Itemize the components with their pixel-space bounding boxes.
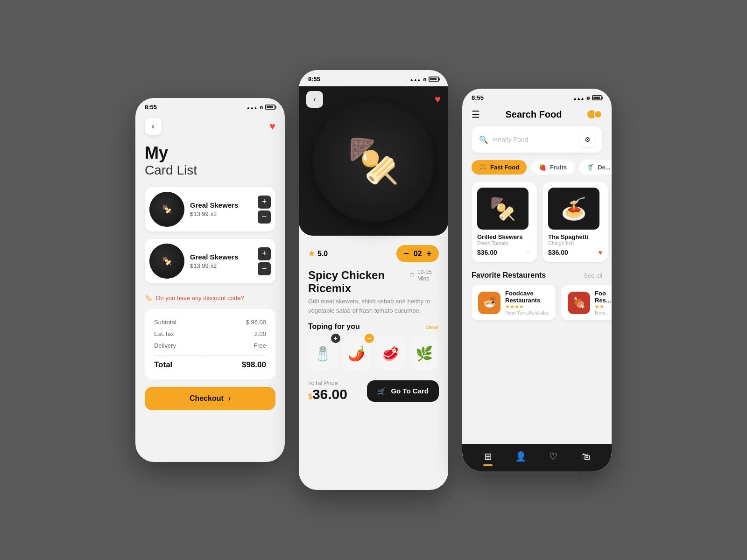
back-button-1[interactable]: ‹ bbox=[145, 118, 162, 135]
phone-food-detail: 8:55 ‹ ♥ 🍢 ★ 5.0 − bbox=[299, 70, 448, 490]
quantity-control[interactable]: − 02 + bbox=[396, 245, 439, 262]
favorite-icon-2[interactable]: ♥ bbox=[435, 93, 441, 105]
see-all-button[interactable]: See all bbox=[584, 272, 602, 279]
toping-header: Toping for you clear bbox=[308, 322, 439, 331]
card-list-header: ‹ ♥ bbox=[135, 114, 285, 139]
restaurant-location-1: New York,Australia bbox=[505, 310, 548, 315]
rating-display: ★ 5.0 bbox=[308, 249, 328, 258]
food-image-2: 🍢 bbox=[149, 244, 184, 279]
item-price-2: $13.99 x2 bbox=[190, 262, 252, 269]
restaurant-img-1: 🍜 bbox=[478, 292, 500, 314]
status-bar-1: 8:55 bbox=[135, 98, 285, 114]
qty-minus-2[interactable]: − bbox=[258, 262, 271, 275]
wifi-icon-1 bbox=[260, 104, 263, 111]
food-card-img-2: 🍝 bbox=[548, 188, 599, 230]
battery-icon-2 bbox=[429, 77, 439, 82]
status-icons-3 bbox=[573, 94, 602, 101]
time-1: 8:55 bbox=[145, 104, 157, 111]
tax-label: Est.Tax bbox=[154, 330, 174, 337]
search-icon: 🔍 bbox=[479, 135, 488, 144]
total-price-display: ToTal Price $36.00 bbox=[308, 379, 347, 402]
restaurant-location-2: New... bbox=[595, 310, 611, 315]
favorites-title: Favorite Restaurents bbox=[472, 271, 546, 280]
tax-value: 2.00 bbox=[254, 330, 266, 337]
status-bar-2: 8:55 bbox=[299, 70, 448, 86]
fruits-icon: 🍓 bbox=[539, 164, 546, 171]
favorite-icon-1[interactable]: ♥ bbox=[269, 120, 275, 133]
back-button-2[interactable]: ‹ bbox=[306, 91, 323, 108]
fav-heart-1[interactable]: ♡ bbox=[525, 249, 531, 256]
nav-home[interactable]: ⊞ bbox=[472, 451, 504, 462]
food-description: Grill meat skewers, shish kebab and helt… bbox=[308, 297, 439, 315]
restaurant-info-2: FooRes... ★★ New... bbox=[595, 290, 611, 315]
rating-value: 5.0 bbox=[317, 250, 328, 258]
nav-cart[interactable]: 🛍 bbox=[570, 451, 602, 462]
qty-increase[interactable]: + bbox=[426, 249, 431, 259]
favorites-header: Favorite Restaurents See all bbox=[462, 269, 612, 285]
page-title-1: My Card List bbox=[135, 139, 285, 187]
food-card-bottom-2: $36.00 ♥ bbox=[548, 249, 602, 256]
fav-heart-2[interactable]: ♥ bbox=[599, 249, 602, 256]
qty-decrease[interactable]: − bbox=[404, 249, 409, 259]
battery-icon-1 bbox=[265, 105, 275, 110]
checkout-arrow: › bbox=[228, 394, 231, 403]
price-cart-row: ToTal Price $36.00 🛒 Go To Card bbox=[308, 379, 439, 402]
price-amount: 36.00 bbox=[312, 386, 347, 402]
phone-search-food: 8:55 ☰ Search Food 🔍 Healty Food ⚙ bbox=[462, 89, 612, 471]
menu-button[interactable]: ☰ bbox=[472, 109, 480, 120]
item-price-1: $13.99 x2 bbox=[190, 210, 252, 217]
restaurant-name-1: FoodcaveRestaurants bbox=[505, 290, 548, 304]
delivery-label: Delivery bbox=[154, 342, 176, 349]
restaurant-card-2[interactable]: 🍖 FooRes... ★★ New... bbox=[561, 285, 612, 320]
time-2: 8:55 bbox=[308, 76, 320, 83]
restaurant-list: 🍜 FoodcaveRestaurants ★★★★ New York,Aust… bbox=[462, 285, 612, 320]
toping-item-2[interactable]: 🌶️ − bbox=[342, 336, 372, 370]
status-icons-1 bbox=[246, 104, 275, 111]
food-card-2[interactable]: 🍝 Tha Spaghetti Chingri fish $36.00 ♥ bbox=[543, 182, 608, 262]
food-card-img-1: 🍢 bbox=[477, 188, 529, 230]
card-info-1: Greal Skewers $13.99 x2 bbox=[184, 201, 258, 217]
nav-profile[interactable]: 👤 bbox=[504, 451, 537, 462]
tax-row: Est.Tax 2.00 bbox=[154, 328, 266, 340]
status-bar-3: 8:55 bbox=[462, 89, 612, 105]
qty-minus-1[interactable]: − bbox=[258, 210, 271, 224]
food-card-1[interactable]: 🍢 Grilled Skewers Fresh Tomato $36.00 ♡ bbox=[472, 182, 537, 262]
food-title: Spicy Chicken Ricemix bbox=[308, 269, 409, 295]
category-de[interactable]: 🥤 De... bbox=[579, 160, 612, 175]
item-name-1: Greal Skewers bbox=[190, 201, 252, 209]
subtotal-row: Subtotal $ 96.00 bbox=[154, 316, 266, 328]
food-grid: 🍢 Grilled Skewers Fresh Tomato $36.00 ♡ … bbox=[462, 182, 612, 269]
title-subtitle: Card List bbox=[145, 163, 275, 178]
toping-item-4[interactable]: 🌿 bbox=[410, 336, 439, 370]
clear-button[interactable]: clear bbox=[426, 323, 439, 330]
hero-plate: 🍢 bbox=[313, 100, 434, 222]
search-bar[interactable]: 🔍 Healty Food ⚙ bbox=[472, 126, 602, 153]
category-fast-food[interactable]: 🍔 Fast Food bbox=[472, 160, 527, 175]
signal-icon-1 bbox=[246, 104, 257, 111]
qty-controls-2: + − bbox=[258, 247, 271, 275]
search-input[interactable]: Healty Food bbox=[493, 136, 575, 143]
food-image-1: 🍢 bbox=[149, 192, 184, 227]
go-to-card-button[interactable]: 🛒 Go To Card bbox=[367, 380, 439, 402]
bottom-nav: ⊞ 👤 ♡ 🛍 bbox=[462, 444, 612, 471]
qty-plus-1[interactable]: + bbox=[258, 196, 271, 209]
battery-icon-3 bbox=[592, 95, 602, 100]
de-icon: 🥤 bbox=[586, 164, 594, 171]
checkout-button[interactable]: Checkout › bbox=[145, 387, 275, 410]
total-label: Total bbox=[154, 360, 172, 370]
subtotal-label: Subtotal bbox=[154, 319, 176, 326]
item-name-2: Greal Skewers bbox=[190, 253, 252, 261]
category-fruits[interactable]: 🍓 Fruits bbox=[531, 160, 574, 175]
food-card-price-2: $36.00 bbox=[548, 249, 568, 256]
toping-item-1[interactable]: 🧂 + bbox=[308, 336, 338, 370]
filter-button[interactable]: ⚙ bbox=[580, 132, 595, 147]
currency-symbol: $ bbox=[308, 392, 312, 400]
toping-item-3[interactable]: 🥩 bbox=[376, 336, 405, 370]
nav-favorites[interactable]: ♡ bbox=[537, 451, 570, 462]
discount-row[interactable]: 🏷️ Do you have any discount code? bbox=[135, 291, 285, 309]
qty-plus-2[interactable]: + bbox=[258, 247, 271, 260]
restaurant-name-2: FooRes... bbox=[595, 290, 611, 304]
profile-logo bbox=[587, 110, 602, 119]
toping-list: 🧂 + 🌶️ − 🥩 🌿 bbox=[308, 336, 439, 370]
restaurant-card-1[interactable]: 🍜 FoodcaveRestaurants ★★★★ New York,Aust… bbox=[472, 285, 556, 320]
